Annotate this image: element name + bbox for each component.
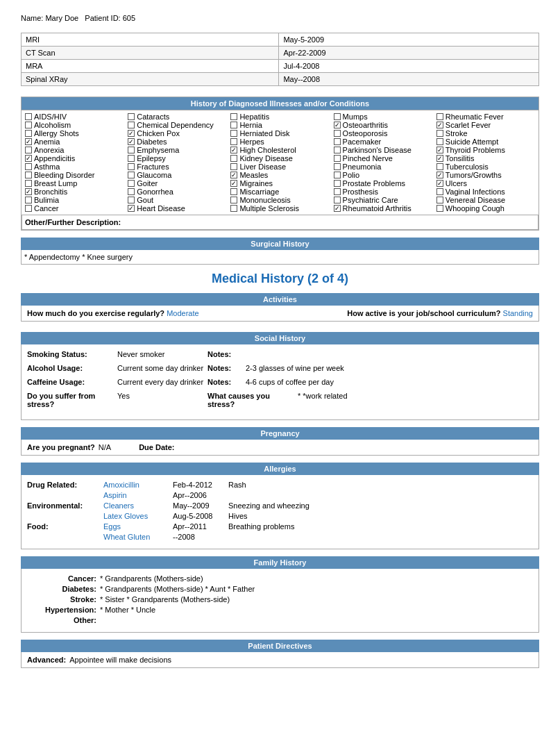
condition-checkbox[interactable]: [436, 155, 443, 162]
condition-checkbox[interactable]: [436, 197, 443, 203]
allergy-type: Environmental:: [27, 501, 103, 510]
conditions-section: History of Diagnosed Illnesses and/or Co…: [21, 97, 539, 231]
condition-checkbox[interactable]: [230, 122, 237, 128]
condition-checkbox[interactable]: [25, 130, 32, 137]
condition-checkbox[interactable]: [128, 113, 135, 120]
condition-checkbox[interactable]: [25, 113, 32, 120]
scan-date: May--2008: [279, 73, 539, 86]
condition-checkbox[interactable]: [334, 188, 341, 195]
condition-checkbox[interactable]: [436, 205, 443, 212]
condition-column: CataractsChemical DependencyChicken PoxD…: [126, 113, 228, 213]
condition-checkbox[interactable]: [25, 147, 32, 153]
condition-checkbox[interactable]: [230, 138, 237, 145]
condition-item: Gonorrhea: [128, 188, 226, 196]
condition-checkbox[interactable]: [436, 172, 443, 178]
condition-checkbox[interactable]: [230, 147, 237, 153]
condition-label: Psychiatric Care: [343, 196, 398, 204]
condition-checkbox[interactable]: [334, 138, 341, 145]
condition-item: Herpes: [230, 138, 329, 146]
condition-checkbox[interactable]: [436, 180, 443, 187]
activities-content: How much do you exercise regularly? Mode…: [21, 306, 539, 322]
family-label: Other:: [27, 616, 96, 624]
condition-item: Venereal Disease: [436, 196, 535, 204]
condition-label: Asthma: [34, 163, 60, 171]
condition-item: Parkinson's Disease: [334, 146, 432, 154]
condition-item: Pneumonia: [334, 163, 432, 171]
condition-checkbox[interactable]: [128, 205, 135, 212]
condition-checkbox[interactable]: [25, 188, 32, 195]
condition-checkbox[interactable]: [230, 180, 237, 187]
condition-label: Migraines: [239, 179, 273, 188]
condition-label: Bronchitis: [34, 188, 67, 196]
condition-checkbox[interactable]: [25, 155, 32, 162]
condition-checkbox[interactable]: [334, 197, 341, 203]
condition-checkbox[interactable]: [436, 122, 443, 128]
scan-date: Apr-22-2009: [279, 47, 539, 60]
condition-checkbox[interactable]: [25, 163, 32, 170]
condition-checkbox[interactable]: [334, 180, 341, 187]
pregnancy-content: Are you pregnant? N/A Due Date:: [21, 440, 539, 456]
condition-checkbox[interactable]: [230, 130, 237, 137]
condition-checkbox[interactable]: [230, 113, 237, 120]
condition-checkbox[interactable]: [25, 172, 32, 178]
condition-checkbox[interactable]: [436, 138, 443, 145]
condition-checkbox[interactable]: [436, 188, 443, 195]
condition-checkbox[interactable]: [25, 122, 32, 128]
condition-checkbox[interactable]: [334, 113, 341, 120]
condition-item: Liver Disease: [230, 163, 329, 171]
condition-checkbox[interactable]: [128, 180, 135, 187]
condition-checkbox[interactable]: [334, 155, 341, 162]
condition-checkbox[interactable]: [436, 163, 443, 170]
condition-checkbox[interactable]: [334, 205, 341, 212]
condition-checkbox[interactable]: [436, 147, 443, 153]
condition-label: Cataracts: [137, 113, 169, 121]
condition-label: Tuberculosis: [446, 163, 489, 171]
allergy-row: Drug Related: Amoxicillin Feb-4-2012 Ras…: [27, 481, 533, 489]
family-row: Diabetes: * Grandparents (Mothers-side) …: [27, 585, 533, 593]
condition-checkbox[interactable]: [230, 163, 237, 170]
condition-checkbox[interactable]: [25, 205, 32, 212]
allergy-row: Latex Gloves Aug-5-2008 Hives: [27, 512, 533, 520]
condition-checkbox[interactable]: [128, 122, 135, 128]
patient-header: Name: Mary Doe Patient ID: 605: [21, 14, 539, 22]
allergies-content: Drug Related: Amoxicillin Feb-4-2012 Ras…: [21, 475, 539, 549]
scan-row: Spinal XRayMay--2008: [22, 73, 539, 86]
condition-checkbox[interactable]: [436, 130, 443, 137]
directives-content: Advanced: Appointee will make decisions: [21, 652, 539, 668]
condition-checkbox[interactable]: [128, 130, 135, 137]
condition-checkbox[interactable]: [334, 172, 341, 178]
condition-checkbox[interactable]: [230, 197, 237, 203]
allergy-date: May--2009: [173, 501, 228, 510]
condition-checkbox[interactable]: [25, 197, 32, 203]
condition-checkbox[interactable]: [230, 188, 237, 195]
condition-checkbox[interactable]: [230, 172, 237, 178]
condition-checkbox[interactable]: [128, 147, 135, 153]
condition-checkbox[interactable]: [128, 172, 135, 178]
condition-checkbox[interactable]: [25, 138, 32, 145]
condition-checkbox[interactable]: [25, 180, 32, 187]
condition-checkbox[interactable]: [230, 205, 237, 212]
family-header: Family History: [21, 556, 539, 569]
condition-checkbox[interactable]: [334, 163, 341, 170]
condition-column: Rheumatic FeverScarlet FeverStrokeSuicid…: [434, 113, 537, 213]
condition-label: Measles: [239, 171, 268, 179]
condition-column: AIDS/HIVAlcoholismAllergy ShotsAnemiaAno…: [23, 113, 126, 213]
condition-label: Prostate Problems: [343, 179, 405, 188]
alcohol-row: Alcohol Usage: Current some day drinker …: [27, 364, 533, 372]
condition-checkbox[interactable]: [128, 163, 135, 170]
smoking-row: Smoking Status: Never smoker Notes:: [27, 350, 533, 358]
condition-checkbox[interactable]: [128, 188, 135, 195]
condition-label: Herpes: [239, 138, 264, 146]
condition-checkbox[interactable]: [436, 113, 443, 120]
condition-checkbox[interactable]: [334, 147, 341, 153]
condition-checkbox[interactable]: [334, 130, 341, 137]
condition-checkbox[interactable]: [128, 197, 135, 203]
family-label: Diabetes:: [27, 585, 96, 593]
condition-checkbox[interactable]: [334, 122, 341, 128]
condition-checkbox[interactable]: [128, 155, 135, 162]
family-content: Cancer: * Grandparents (Mothers-side) Di…: [21, 569, 539, 633]
condition-checkbox[interactable]: [128, 138, 135, 145]
condition-checkbox[interactable]: [230, 155, 237, 162]
condition-item: Measles: [230, 171, 329, 179]
condition-item: Rheumatoid Arthritis: [334, 204, 432, 213]
